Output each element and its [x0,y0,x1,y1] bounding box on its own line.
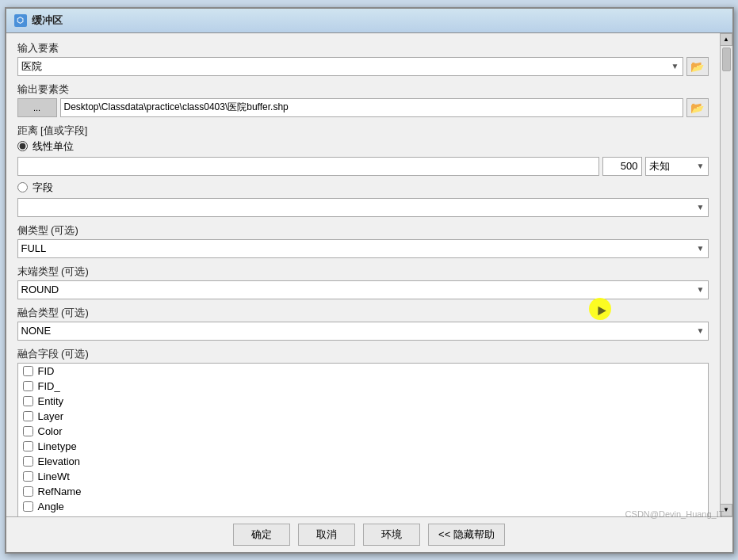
side-type-label: 侧类型 (可选) [17,223,709,238]
scroll-up-btn[interactable]: ▲ [720,33,732,46]
field-name: Color [38,425,63,437]
field-name: RefName [38,486,82,497]
linear-unit-radio[interactable] [17,141,28,151]
field-checkbox[interactable] [23,501,33,512]
dissolve-type-arrow: ▼ [697,326,705,335]
side-type-dropdown[interactable]: FULL ▼ [17,239,709,258]
list-item: FID_ [18,379,708,394]
field-checkbox[interactable] [23,381,33,391]
field-name: Entity [38,395,64,407]
field-input-row: ▼ [17,198,709,217]
field-checkbox[interactable] [23,486,33,497]
end-type-section: 末端类型 (可选) ROUND ▼ [17,265,709,299]
list-item: Color [18,424,708,439]
output-path-row: ... Desktop\Classdata\practice\class0403… [17,98,709,117]
field-name: Layer [38,410,64,422]
field-checkbox[interactable] [23,471,33,482]
list-item: Entity [18,394,708,409]
linear-unit-label: 线性单位 [33,139,74,154]
list-item: FID [18,364,708,379]
dissolve-type-value: NONE [21,325,52,337]
input-section: 输入要素 医院 ▼ 📂 [17,41,709,76]
dissolve-field-list[interactable]: FIDFID_EntityLayerColorLinetypeElevation… [17,363,709,516]
main-panel: 输入要素 医院 ▼ 📂 输出要素类 ... Desktop\Classdata\… [6,33,720,516]
distance-input[interactable] [17,157,599,176]
output-browse-btn[interactable]: 📂 [686,98,709,117]
content-area: 输入要素 医院 ▼ 📂 输出要素类 ... Desktop\Classdata\… [6,33,732,516]
output-label: 输出要素类 [17,82,709,97]
input-browse-btn[interactable]: 📂 [686,57,709,76]
unit-arrow: ▼ [697,162,705,170]
field-name: Angle [38,501,64,512]
field-radio-label: 字段 [33,181,53,195]
field-name: FID_ [38,380,60,392]
unit-value: 未知 [649,159,670,173]
field-checkbox[interactable] [23,411,33,421]
path-prefix: ... [17,98,57,117]
field-arrow: ▼ [697,203,705,211]
distance-section: 距离 [值或字段] 线性单位 500 未知 ▼ [17,124,709,217]
field-checkbox[interactable] [23,456,33,467]
field-checkbox[interactable] [23,366,33,376]
field-radio[interactable] [17,182,28,192]
dissolve-type-label: 融合类型 (可选) [17,306,709,320]
dialog-icon: ⬡ [14,14,27,27]
ok-button[interactable]: 确定 [233,524,290,546]
end-type-value: ROUND [21,284,59,295]
title-bar: ⬡ 缓冲区 [6,9,732,33]
end-type-arrow: ▼ [697,285,705,294]
side-type-value: FULL [21,242,47,254]
input-value: 医院 [21,59,42,74]
field-checkbox[interactable] [23,396,33,406]
dissolve-type-section: 融合类型 (可选) NONE ▼ [17,306,709,341]
input-label: 输入要素 [17,41,709,55]
input-dropdown[interactable]: 医院 ▼ [17,57,683,76]
output-browse-icon: 📂 [690,101,704,114]
unit-dropdown[interactable]: 未知 ▼ [645,157,709,176]
list-item: Layer [18,409,708,424]
list-item: Linetype [18,439,708,454]
end-type-dropdown[interactable]: ROUND ▼ [17,280,709,299]
hide-help-button[interactable]: << 隐藏帮助 [428,524,505,546]
scrollbar-thumb[interactable] [722,48,731,71]
dialog-title: 缓冲区 [32,13,63,28]
input-row: 医院 ▼ 📂 [17,57,709,76]
end-type-label: 末端类型 (可选) [17,265,709,279]
field-checkbox[interactable] [23,441,33,451]
dissolve-field-label: 融合字段 (可选) [17,347,709,361]
field-radio-row: 字段 [17,181,709,195]
browse-icon: 📂 [690,60,704,73]
cancel-button[interactable]: 取消 [298,524,355,546]
field-checkbox[interactable] [23,426,33,436]
list-item: RefName [18,484,708,499]
field-name: Linetype [38,440,77,452]
distance-label: 距离 [值或字段] [17,124,709,138]
list-item: LineWt [18,469,708,484]
side-type-arrow: ▼ [697,244,705,253]
output-section: 输出要素类 ... Desktop\Classdata\practice\cla… [17,82,709,117]
scroll-down-btn[interactable]: ▼ [720,504,732,516]
output-path[interactable]: Desktop\Classdata\practice\class0403\医院b… [60,98,683,117]
input-dropdown-arrow: ▼ [671,62,679,70]
linear-unit-row: 线性单位 [17,139,709,154]
footer: 确定 取消 环境 << 隐藏帮助 [6,516,732,552]
field-name: FID [38,365,55,377]
env-button[interactable]: 环境 [363,524,420,546]
field-dropdown[interactable]: ▼ [17,198,709,217]
dissolve-type-dropdown[interactable]: NONE ▼ [17,322,709,341]
list-item: Angle [18,499,708,514]
scrollbar: ▲ ▼ [720,33,732,516]
list-item: Elevation [18,454,708,469]
dissolve-field-section: 融合字段 (可选) FIDFID_EntityLayerColorLinetyp… [17,347,709,516]
field-name: LineWt [38,470,70,482]
buffer-dialog: ⬡ 缓冲区 输入要素 医院 ▼ 📂 输出要素类 [5,7,734,554]
scrollbar-track [721,46,732,504]
field-name: Elevation [38,455,80,467]
distance-number[interactable]: 500 [602,157,642,176]
side-type-section: 侧类型 (可选) FULL ▼ [17,223,709,258]
distance-value-row: 500 未知 ▼ [17,157,709,176]
